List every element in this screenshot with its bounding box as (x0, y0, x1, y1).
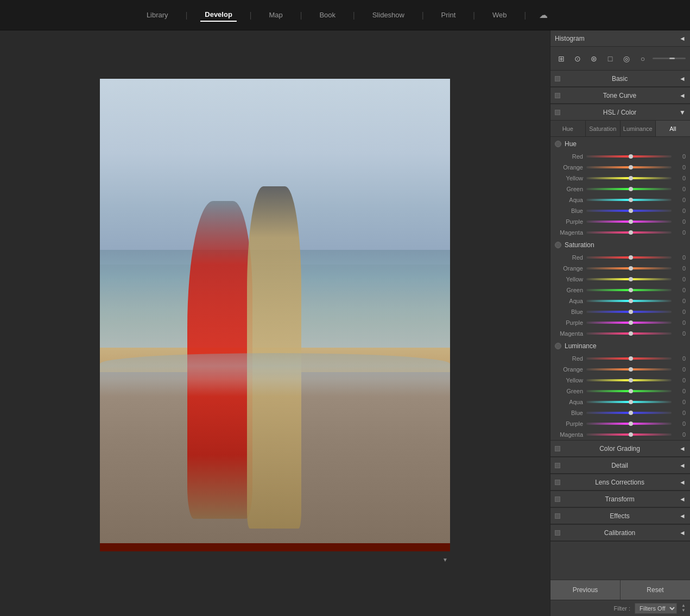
hue-purple-thumb[interactable] (629, 219, 633, 224)
hsl-checkbox[interactable] (555, 110, 560, 115)
previous-button[interactable]: Previous (550, 580, 621, 600)
lum-magenta-thumb[interactable] (629, 432, 633, 437)
hue-red-track-container[interactable] (586, 155, 672, 158)
sat-green-value: 0 (675, 287, 686, 293)
grid-icon[interactable]: ⊞ (555, 52, 568, 65)
tab-saturation[interactable]: Saturation (586, 121, 621, 136)
nav-book[interactable]: Book (315, 9, 340, 21)
hsl-panel-header[interactable]: HSL / Color ▼ (550, 104, 690, 121)
sat-yellow-thumb[interactable] (629, 277, 633, 281)
lum-magenta-track-container[interactable] (586, 433, 672, 436)
effects-checkbox[interactable] (555, 513, 560, 519)
tone-curve-header[interactable]: Tone Curve ◄ (550, 87, 690, 104)
hue-yellow-track-container[interactable] (586, 177, 672, 179)
calibration-checkbox[interactable] (555, 530, 560, 536)
nav-library[interactable]: Library (142, 9, 173, 21)
lum-purple-thumb[interactable] (629, 422, 633, 426)
luminance-dot[interactable] (555, 343, 561, 349)
filter-arrow-down[interactable]: ▼ (681, 608, 686, 613)
crop-circle-icon[interactable]: ⊙ (571, 52, 584, 65)
lum-red-track-container[interactable] (586, 357, 672, 360)
graduated-icon[interactable]: ◎ (620, 52, 633, 65)
sat-magenta-track-container[interactable] (586, 332, 672, 335)
lens-corrections-header[interactable]: Lens Corrections ◄ (550, 474, 690, 491)
lum-orange-track-container[interactable] (586, 368, 672, 370)
lum-green-track-container[interactable] (586, 390, 672, 392)
lens-corrections-checkbox[interactable] (555, 480, 560, 485)
hue-purple-track-container[interactable] (586, 221, 672, 223)
sat-aqua-thumb[interactable] (629, 299, 633, 303)
sat-purple-track-container[interactable] (586, 322, 672, 324)
saturation-dot[interactable] (555, 242, 561, 248)
nav-map[interactable]: Map (264, 9, 287, 21)
sat-blue-track-container[interactable] (586, 311, 672, 313)
lum-yellow-track-container[interactable] (586, 379, 672, 381)
redeye-icon[interactable]: □ (604, 52, 617, 65)
hue-orange-track-container[interactable] (586, 166, 672, 168)
nav-slideshow[interactable]: Slideshow (368, 9, 409, 21)
sat-magenta-thumb[interactable] (629, 331, 633, 336)
hsl-title: HSL / Color (603, 109, 637, 116)
sat-red-track-container[interactable] (586, 256, 672, 259)
filter-arrow-up[interactable]: ▲ (681, 604, 686, 608)
nav-print[interactable]: Print (437, 9, 460, 21)
sat-green-track-container[interactable] (586, 289, 672, 291)
histogram-header[interactable]: Histogram ◄ (550, 30, 690, 47)
hue-orange-thumb[interactable] (629, 165, 633, 169)
sat-yellow-track-container[interactable] (586, 278, 672, 280)
hue-aqua-track-container[interactable] (586, 199, 672, 201)
lum-purple-track-container[interactable] (586, 423, 672, 425)
lum-green-thumb[interactable] (629, 389, 633, 393)
nav-develop[interactable]: Develop (200, 8, 237, 22)
effects-header[interactable]: Effects ◄ (550, 508, 690, 524)
cloud-icon[interactable]: ☁ (539, 10, 548, 20)
transform-checkbox[interactable] (555, 496, 560, 502)
hue-green-thumb[interactable] (629, 187, 633, 191)
reset-button[interactable]: Reset (621, 580, 690, 600)
detail-checkbox[interactable] (555, 463, 560, 468)
radial-icon[interactable]: ○ (636, 52, 649, 65)
color-grading-arrow: ◄ (679, 445, 686, 452)
tone-curve-checkbox[interactable] (555, 93, 560, 98)
tab-luminance[interactable]: Luminance (621, 121, 656, 136)
sat-orange-track-container[interactable] (586, 267, 672, 269)
lum-aqua-track-container[interactable] (586, 401, 672, 403)
nav-web[interactable]: Web (488, 9, 511, 21)
lum-blue-thumb[interactable] (629, 411, 633, 415)
hue-magenta-track-container[interactable] (586, 231, 672, 234)
hue-green-track-container[interactable] (586, 188, 672, 190)
basic-checkbox[interactable] (555, 76, 560, 81)
color-grading-header[interactable]: Color Grading ◄ (550, 441, 690, 457)
hue-aqua-thumb[interactable] (629, 198, 633, 202)
lum-blue-track-container[interactable] (586, 412, 672, 414)
hue-dot[interactable] (555, 141, 561, 147)
sat-orange-thumb[interactable] (629, 266, 633, 271)
tab-all[interactable]: All (656, 121, 691, 136)
lum-orange-thumb[interactable] (629, 367, 633, 372)
lum-yellow-thumb[interactable] (629, 378, 633, 382)
color-grading-checkbox[interactable] (555, 446, 560, 451)
calibration-header[interactable]: Calibration ◄ (550, 525, 690, 541)
tab-hue[interactable]: Hue (550, 121, 586, 136)
hue-blue-thumb[interactable] (629, 209, 633, 213)
sat-red-thumb[interactable] (629, 255, 633, 260)
sat-purple-thumb[interactable] (629, 320, 633, 325)
basic-panel-header[interactable]: Basic ◄ (550, 71, 690, 87)
tool-slider[interactable] (653, 58, 686, 59)
transform-header[interactable]: Transform ◄ (550, 491, 690, 507)
detail-header[interactable]: Detail ◄ (550, 457, 690, 474)
hue-blue-track-container[interactable] (586, 210, 672, 212)
sat-aqua-track-container[interactable] (586, 300, 672, 302)
hsl-tabs: Hue Saturation Luminance All (550, 121, 690, 137)
scroll-down-arrow[interactable]: ▼ (442, 557, 448, 563)
heal-icon[interactable]: ⊛ (587, 52, 600, 65)
filter-select[interactable]: Filters Off (635, 603, 677, 614)
sat-blue-thumb[interactable] (629, 310, 633, 314)
lum-red-thumb[interactable] (629, 356, 633, 361)
panels-scroll[interactable]: Basic ◄ Tone Curve ◄ (550, 71, 690, 580)
hue-yellow-thumb[interactable] (629, 176, 633, 180)
hue-magenta-thumb[interactable] (629, 230, 633, 235)
lum-aqua-thumb[interactable] (629, 400, 633, 404)
hue-red-thumb[interactable] (629, 154, 633, 159)
sat-green-thumb[interactable] (629, 288, 633, 292)
